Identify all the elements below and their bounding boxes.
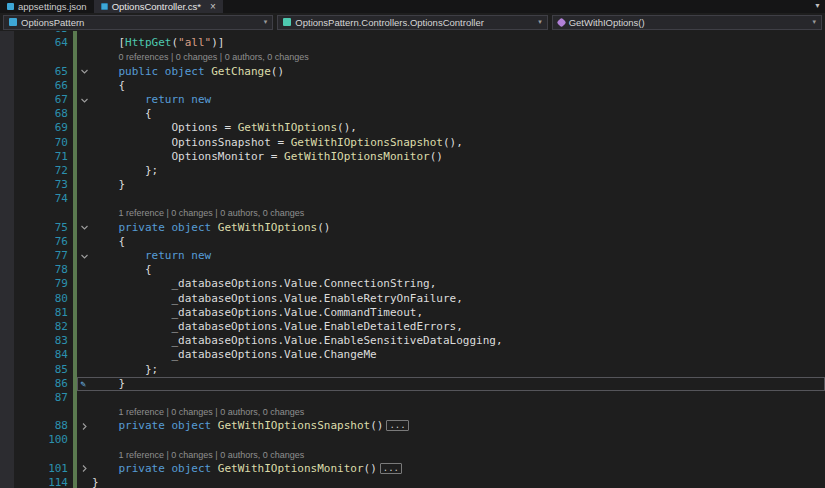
fold-open-icon[interactable]	[77, 249, 92, 263]
breakpoint-margin[interactable]	[0, 164, 14, 178]
breakpoint-margin[interactable]	[0, 377, 14, 391]
breakpoint-margin[interactable]	[0, 150, 14, 164]
code-text[interactable]: {	[92, 79, 125, 93]
breakpoint-margin[interactable]	[0, 192, 14, 206]
line-number[interactable]: 81	[14, 306, 71, 320]
line-number[interactable]: 114	[14, 476, 71, 488]
breakpoint-margin[interactable]	[0, 65, 14, 79]
code-text[interactable]: _databaseOptions.Value.EnableSensitiveDa…	[92, 334, 503, 348]
code-text[interactable]: };	[92, 363, 158, 377]
breakpoint-margin[interactable]	[0, 348, 14, 362]
breakpoint-margin[interactable]	[0, 263, 14, 277]
line-number[interactable]	[14, 50, 71, 64]
code-text[interactable]: OptionsSnapshot = GetWithIOptionsSnapsho…	[92, 136, 463, 150]
line-number[interactable]: 88	[14, 419, 71, 433]
breakpoint-margin[interactable]	[0, 36, 14, 50]
line-number[interactable]: 82	[14, 320, 71, 334]
code-line[interactable]: 79_databaseOptions.Value.ConnectionStrin…	[0, 277, 825, 291]
line-number[interactable]: 79	[14, 277, 71, 291]
tab-list-overflow-icon[interactable]: ▼	[814, 2, 821, 9]
code-text[interactable]: {	[92, 263, 152, 277]
breakpoint-margin[interactable]	[0, 363, 14, 377]
line-number[interactable]: 69	[14, 121, 71, 135]
line-number[interactable]: 72	[14, 164, 71, 178]
line-number[interactable]: 75	[14, 221, 71, 235]
line-number[interactable]: 74	[14, 192, 71, 206]
code-line[interactable]: 76{	[0, 235, 825, 249]
code-text[interactable]: return new	[92, 249, 211, 263]
breakpoint-margin[interactable]	[0, 221, 14, 235]
code-line[interactable]: 101private object GetWithIOptionsMonitor…	[0, 462, 825, 476]
code-line[interactable]: 88private object GetWithIOptionsSnapshot…	[0, 419, 825, 433]
code-text[interactable]: return new	[92, 93, 211, 107]
code-text[interactable]: _databaseOptions.Value.EnableDetailedErr…	[92, 320, 463, 334]
breakpoint-margin[interactable]	[0, 93, 14, 107]
code-text[interactable]: {	[92, 107, 152, 121]
line-number[interactable]: 83	[14, 334, 71, 348]
close-icon[interactable]: ×	[210, 2, 216, 12]
breakpoint-margin[interactable]	[0, 419, 14, 433]
code-line[interactable]: 73}	[0, 178, 825, 192]
codelens-text[interactable]: 1 reference | 0 changes | 0 authors, 0 c…	[92, 405, 304, 419]
breakpoint-margin[interactable]	[0, 235, 14, 249]
code-text[interactable]: OptionsMonitor = GetWithIOptionsMonitor(…	[92, 150, 443, 164]
code-text[interactable]: _databaseOptions.Value.EnableRetryOnFail…	[92, 292, 463, 306]
breakpoint-margin[interactable]	[0, 334, 14, 348]
line-number[interactable]: 86✎	[14, 377, 71, 391]
code-line[interactable]: 87	[0, 391, 825, 405]
code-text[interactable]: Options = GetWithIOptions(),	[92, 121, 357, 135]
code-editor[interactable]: 6364[HttpGet("all")]0 references | 0 cha…	[0, 31, 825, 488]
line-number[interactable]: 87	[14, 391, 71, 405]
breakpoint-margin[interactable]	[0, 79, 14, 93]
code-text[interactable]: };	[92, 164, 158, 178]
code-text[interactable]: private object GetWithIOptions()	[92, 221, 330, 235]
project-dropdown[interactable]: OptionsPattern ▾	[3, 15, 273, 30]
code-line[interactable]: 78{	[0, 263, 825, 277]
line-number[interactable]: 64	[14, 36, 71, 50]
breakpoint-margin[interactable]	[0, 136, 14, 150]
code-text[interactable]: private object GetWithIOptionsSnapshot()…	[92, 419, 409, 433]
code-line[interactable]: 81_databaseOptions.Value.CommandTimeout,	[0, 306, 825, 320]
codelens-text[interactable]: 0 references | 0 changes | 0 authors, 0 …	[92, 50, 309, 64]
breakpoint-margin[interactable]	[0, 107, 14, 121]
line-number[interactable]: 67	[14, 93, 71, 107]
breakpoint-margin[interactable]	[0, 178, 14, 192]
code-line[interactable]: 64[HttpGet("all")]	[0, 36, 825, 50]
line-number[interactable]	[14, 206, 71, 220]
line-number[interactable]	[14, 448, 71, 462]
line-number[interactable]: 80	[14, 292, 71, 306]
breakpoint-margin[interactable]	[0, 277, 14, 291]
breakpoint-margin[interactable]	[0, 476, 14, 488]
breakpoint-margin[interactable]	[0, 391, 14, 405]
codelens-row[interactable]: 1 reference | 0 changes | 0 authors, 0 c…	[0, 206, 825, 220]
code-text[interactable]: _databaseOptions.Value.ChangeMe	[92, 348, 377, 362]
code-line[interactable]: 80_databaseOptions.Value.EnableRetryOnFa…	[0, 292, 825, 306]
breakpoint-margin[interactable]	[0, 121, 14, 135]
code-line[interactable]: 74	[0, 192, 825, 206]
type-dropdown[interactable]: OptionsPattern.Controllers.OptionsContro…	[277, 15, 547, 30]
line-number[interactable]: 77	[14, 249, 71, 263]
code-line[interactable]: 69Options = GetWithIOptions(),	[0, 121, 825, 135]
code-line[interactable]: 114}	[0, 476, 825, 488]
line-number[interactable]: 76	[14, 235, 71, 249]
code-text[interactable]: }	[92, 476, 99, 488]
code-line[interactable]: 71OptionsMonitor = GetWithIOptionsMonito…	[0, 150, 825, 164]
code-line[interactable]: 68{	[0, 107, 825, 121]
line-number[interactable]	[14, 405, 71, 419]
breakpoint-margin[interactable]	[0, 292, 14, 306]
breakpoint-margin[interactable]	[0, 433, 14, 447]
breakpoint-margin[interactable]	[0, 320, 14, 334]
breakpoint-margin[interactable]	[0, 462, 14, 476]
code-line[interactable]: 65public object GetChange()	[0, 65, 825, 79]
line-number[interactable]: 100	[14, 433, 71, 447]
collapsed-region[interactable]: ...	[380, 463, 402, 474]
code-line[interactable]: 66{	[0, 79, 825, 93]
breakpoint-margin[interactable]	[0, 306, 14, 320]
breakpoint-margin[interactable]	[0, 50, 14, 64]
line-number[interactable]: 65	[14, 65, 71, 79]
breakpoint-margin[interactable]	[0, 249, 14, 263]
fold-closed-icon[interactable]	[77, 462, 92, 476]
code-text[interactable]: private object GetWithIOptionsMonitor().…	[92, 462, 402, 476]
code-line[interactable]: 100	[0, 433, 825, 447]
code-line[interactable]: 83_databaseOptions.Value.EnableSensitive…	[0, 334, 825, 348]
